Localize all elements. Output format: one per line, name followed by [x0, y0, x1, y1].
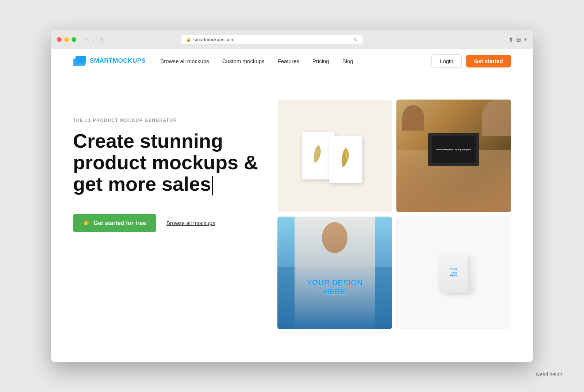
- coffee-bag-group: YOURDESIHERE: [439, 253, 468, 293]
- gold-design-front: [335, 145, 357, 174]
- hero-cta-button[interactable]: 👉 Get started for free: [73, 214, 156, 232]
- mockup-card-front: [329, 136, 362, 183]
- website-content: SMARTMOCKUPS Browse all mockups Custom m…: [51, 48, 533, 362]
- person-head: [322, 222, 347, 253]
- hero-section: THE #1 PRODUCT MOCKUP GENERATOR Create s…: [51, 74, 533, 351]
- laptop-screen-text: Introducing Our Loyalty Program: [437, 148, 471, 151]
- browser-traffic-lights: [57, 37, 76, 42]
- nav-features[interactable]: Features: [278, 58, 299, 64]
- hero-cta-label: Get started for free: [93, 220, 146, 226]
- mockup-laptop-image: Introducing Our Loyalty Program: [396, 100, 511, 212]
- cards-mockup: [295, 100, 375, 212]
- person-right: [482, 100, 511, 136]
- get-started-nav-button[interactable]: Get started: [466, 55, 511, 67]
- url-text: smartmockups.com: [193, 37, 235, 42]
- lock-icon: 🔒: [186, 37, 191, 42]
- coffee-bag-front: YOURDESIHERE: [439, 253, 468, 293]
- browser-titlebar: ‹ › ⊡ 🔒 smartmockups.com ↻ ⬆ ⊞ +: [51, 30, 533, 48]
- meeting-laptop: Introducing Our Loyalty Program: [428, 133, 479, 166]
- tshirt-design-text: YOUR DESIGN HERE: [295, 279, 375, 296]
- main-nav: SMARTMOCKUPS Browse all mockups Custom m…: [51, 48, 533, 74]
- hero-title-line2: product mockups &: [73, 151, 258, 173]
- reload-button[interactable]: ↻: [354, 37, 358, 42]
- fullscreen-button[interactable]: [72, 37, 76, 42]
- pointing-icon: 👉: [83, 220, 91, 226]
- sidebar-button[interactable]: ⊡: [97, 35, 106, 43]
- logo-text: SMARTMOCKUPS: [90, 57, 146, 65]
- browser-nav-buttons: ‹ › ⊡: [84, 35, 106, 43]
- hero-title: Create stunning product mockups & get mo…: [73, 130, 263, 196]
- close-button[interactable]: [57, 37, 62, 42]
- login-button[interactable]: Login: [431, 54, 462, 68]
- person-container: YOUR DESIGN HERE: [277, 217, 392, 329]
- svg-rect-2: [76, 56, 86, 62]
- back-button[interactable]: ‹: [84, 35, 89, 43]
- share-button[interactable]: ⬆: [508, 36, 513, 43]
- mockup-cards-image: [277, 100, 392, 212]
- hero-buttons: 👉 Get started for free Browse all mockup…: [73, 214, 263, 232]
- nav-actions: Login Get started: [431, 54, 511, 68]
- text-cursor: [212, 176, 213, 195]
- new-tab-button[interactable]: ⊞: [516, 36, 521, 43]
- nav-browse-mockups[interactable]: Browse all mockups: [160, 58, 209, 64]
- bag-design-text: YOURDESIHERE: [450, 268, 457, 277]
- person-silhouette: YOUR DESIGN HERE: [295, 217, 375, 329]
- tshirt-scene: YOUR DESIGN HERE: [277, 217, 392, 329]
- tshirt-design-area: YOUR DESIGN HERE: [295, 279, 375, 296]
- gold-design-back: [307, 141, 329, 170]
- laptop-screen: Introducing Our Loyalty Program: [432, 136, 476, 163]
- person-left: [402, 105, 424, 131]
- nav-links: Browse all mockups Custom mockups Featur…: [160, 58, 431, 64]
- hero-eyebrow: THE #1 PRODUCT MOCKUP GENERATOR: [73, 118, 263, 123]
- hero-content: THE #1 PRODUCT MOCKUP GENERATOR Create s…: [73, 96, 263, 329]
- nav-logo[interactable]: SMARTMOCKUPS: [73, 56, 146, 66]
- hero-browse-button[interactable]: Browse all mockups: [166, 220, 215, 226]
- address-bar[interactable]: 🔒 smartmockups.com ↻: [181, 35, 363, 44]
- hero-title-line1: Create stunning: [73, 130, 223, 152]
- nav-blog[interactable]: Blog: [342, 58, 353, 64]
- meeting-scene: Introducing Our Loyalty Program: [396, 100, 511, 212]
- mockup-tshirt-image: YOUR DESIGN HERE: [277, 217, 392, 329]
- minimize-button[interactable]: [64, 37, 69, 42]
- coffee-bag-scene: YOURDESIHERE: [397, 217, 511, 329]
- mockup-coffee-bag-image: YOURDESIHERE: [396, 217, 511, 329]
- hero-images-grid: Introducing Our Loyalty Program: [263, 96, 511, 329]
- hero-title-line3: get more sales: [73, 173, 211, 195]
- add-tab-button[interactable]: +: [524, 36, 527, 43]
- browser-actions: ⬆ ⊞ +: [508, 36, 527, 43]
- forward-button[interactable]: ›: [91, 35, 96, 43]
- browser-window: ‹ › ⊡ 🔒 smartmockups.com ↻ ⬆ ⊞ + SMARTMO: [51, 30, 533, 362]
- logo-icon: [73, 56, 86, 66]
- nav-custom-mockups[interactable]: Custom mockups: [222, 58, 265, 64]
- nav-pricing[interactable]: Pricing: [312, 58, 329, 64]
- coffee-bag-label: YOURDESIHERE: [450, 268, 457, 277]
